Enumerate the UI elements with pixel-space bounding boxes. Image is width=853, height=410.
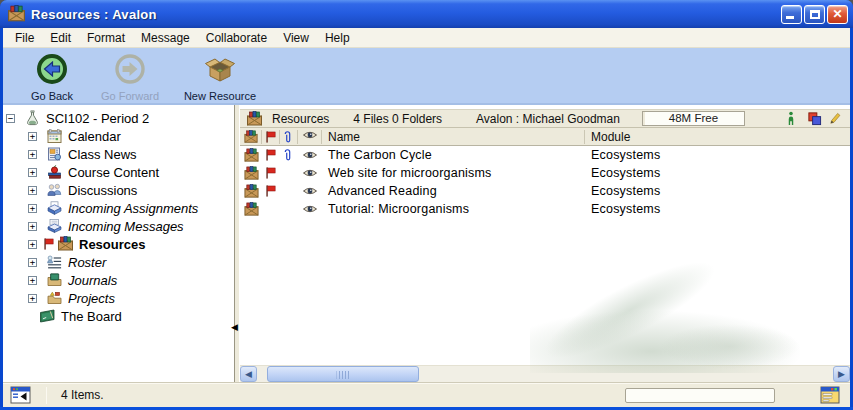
status-bar: 4 Items. [3,382,850,407]
scroll-left-button[interactable]: ◀ [240,366,257,382]
summary-action-icons [786,111,850,126]
background-watermark [660,324,800,369]
paperclip-icon [282,130,296,144]
go-back-label: Go Back [13,90,91,102]
tree-item-discussions[interactable]: + Discussions [3,181,234,199]
tree-item-label: Journals [68,273,117,288]
file-folder-counts: 4 Files 0 Folders [353,112,442,126]
column-viewed[interactable] [298,130,322,144]
close-button[interactable]: ✕ [827,5,848,24]
flask-icon [24,110,41,126]
horizontal-scrollbar[interactable]: ◀ ▶ [240,365,850,382]
tree-item-journals[interactable]: + Journals [3,271,234,289]
status-separator [46,387,47,404]
toggle-panel-icon[interactable] [10,386,32,404]
tree-item-label: Projects [68,291,115,306]
menu-format[interactable]: Format [79,29,133,47]
expand-plus-icon[interactable]: + [28,204,37,213]
new-resource-icon [204,53,236,85]
menu-message[interactable]: Message [133,29,198,47]
file-name: Web site for microorganisms [322,166,585,180]
column-flag[interactable] [262,130,280,144]
eye-icon[interactable] [302,203,318,215]
menu-edit[interactable]: Edit [42,29,79,47]
file-module: Ecosystems [585,202,850,216]
flag-icon [264,148,279,163]
file-row[interactable]: Tutorial: Microorganisms Ecosystems [240,200,850,218]
pane-title: Resources [272,112,329,126]
minimize-button[interactable] [781,5,802,24]
scroll-right-button[interactable]: ▶ [833,366,850,382]
projects-folder-icon [46,290,63,306]
tree-item-roster[interactable]: + Roster [3,253,234,271]
layout-view-icon[interactable] [820,386,840,404]
file-row[interactable]: The Carbon Cycle Ecosystems [240,146,850,164]
person-icon[interactable] [786,111,800,126]
people-icon [46,182,63,198]
file-row[interactable]: Advanced Reading Ecosystems [240,182,850,200]
tree-item-incoming-messages[interactable]: + Incoming Messages [3,217,234,235]
eye-icon[interactable] [302,167,318,179]
column-name-header[interactable]: Name [322,130,585,144]
column-type[interactable] [240,130,262,144]
go-back-button[interactable]: Go Back [13,53,91,102]
tree-item-course-content[interactable]: + Course Content [3,163,234,181]
expand-plus-icon[interactable]: + [28,168,37,177]
tree-item-label: Incoming Assignments [68,201,198,216]
resource-crate-icon [244,202,259,217]
tree-item-calendar[interactable]: + Calendar [3,127,234,145]
expand-plus-icon[interactable]: + [28,276,37,285]
copy-icon[interactable] [807,111,821,126]
column-module-header[interactable]: Module [585,130,850,144]
file-module: Ecosystems [585,184,850,198]
background-watermark [530,311,800,373]
tree-item-course-root[interactable]: − SCI102 - Period 2 [3,109,234,127]
roster-icon [46,254,63,270]
collapse-minus-icon[interactable]: − [6,114,15,123]
eye-icon[interactable] [302,185,318,197]
column-attachment[interactable] [280,130,298,144]
expand-plus-icon[interactable]: + [28,222,37,231]
tree-item-the-board[interactable]: The Board [3,307,234,325]
close-icon: ✕ [828,7,847,21]
tree-item-projects[interactable]: + Projects [3,289,234,307]
scrollbar-thumb[interactable] [267,366,419,382]
tree-item-class-news[interactable]: + Class News [3,145,234,163]
scrollbar-grip [337,371,350,379]
open-envelope-icon [46,200,63,216]
pencil-icon[interactable] [828,111,842,126]
menu-file[interactable]: File [7,29,42,47]
expand-plus-icon[interactable]: + [28,258,37,267]
file-row[interactable]: Web site for microorganisms Ecosystems [240,164,850,182]
status-progress-box [625,388,775,403]
expand-plus-icon[interactable]: + [28,150,37,159]
new-resource-label: New Resource [175,90,265,102]
resource-crate-icon [244,184,259,199]
item-count-text: 4 Items. [61,388,104,402]
title-bar[interactable]: Resources : Avalon ✕ [0,0,853,28]
expand-plus-icon[interactable]: + [28,132,37,141]
new-resource-button[interactable]: New Resource [175,53,265,102]
tree-item-label: SCI102 - Period 2 [46,111,149,126]
tree-item-label: Incoming Messages [68,219,184,234]
eye-icon[interactable] [302,149,318,161]
scrollbar-track[interactable] [257,366,833,382]
tree-item-resources[interactable]: + Resources [3,235,234,253]
go-forward-icon [114,53,146,85]
menu-help[interactable]: Help [317,29,358,47]
menu-collaborate[interactable]: Collaborate [198,29,275,47]
eye-icon [302,129,318,144]
expand-plus-icon[interactable]: + [28,240,37,249]
resource-crate-icon [244,130,258,144]
splitter-collapse-icon[interactable]: ◀ [231,323,238,332]
main-area: − SCI102 - Period 2 + Calendar + Class N… [3,105,850,382]
expand-plus-icon[interactable]: + [28,294,37,303]
menu-bar: File Edit Format Message Collaborate Vie… [3,28,850,48]
menu-view[interactable]: View [275,29,317,47]
maximize-button[interactable] [804,5,825,24]
tree-item-incoming-assignments[interactable]: + Incoming Assignments [3,199,234,217]
resource-crate-icon [57,236,74,252]
news-icon [46,146,63,162]
go-forward-button[interactable]: Go Forward [91,53,169,102]
expand-plus-icon[interactable]: + [28,186,37,195]
